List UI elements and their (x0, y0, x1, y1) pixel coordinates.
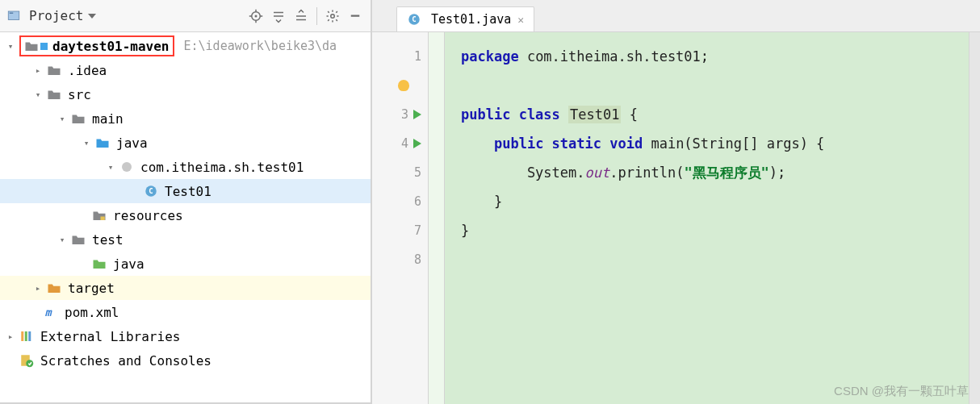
node-label: Test01 (165, 184, 211, 199)
java-class-icon: C (407, 12, 421, 27)
node-label: Scratches and Consoles (40, 353, 211, 369)
tree-node-resources[interactable]: resources (0, 203, 371, 227)
node-label: External Libraries (40, 329, 180, 344)
sidebar-title: Project (29, 8, 83, 23)
scratches-icon (19, 353, 34, 368)
package-icon (119, 160, 134, 174)
svg-rect-19 (21, 331, 23, 341)
chevron-right-icon[interactable]: ▸ (32, 282, 44, 294)
node-label: resources (113, 208, 183, 223)
tree-node-java-test[interactable]: java (0, 252, 371, 276)
test-folder-icon (92, 256, 107, 271)
watermark: CSDN @我有一颗五叶草 (834, 384, 969, 399)
folder-icon (71, 232, 86, 247)
project-view-selector[interactable]: Project (6, 8, 96, 23)
node-label: main (92, 111, 124, 127)
bulb-icon[interactable] (398, 80, 409, 91)
tree-node-idea[interactable]: ▸ .idea (0, 58, 371, 82)
line-number: 7 (414, 223, 421, 238)
chevron-down-icon[interactable]: ▾ (105, 161, 116, 173)
svg-rect-17 (101, 217, 105, 221)
svg-text:C: C (412, 15, 416, 23)
code-content[interactable]: package com.itheima.sh.test01; 2 public … (445, 32, 980, 404)
node-label: java (116, 135, 148, 151)
tree-node-java-main[interactable]: ▾ java (0, 131, 371, 155)
project-sidebar: Project ▾ daytest01-ma (0, 0, 372, 404)
svg-point-23 (26, 360, 33, 367)
svg-rect-13 (351, 15, 360, 16)
tree-node-src[interactable]: ▾ src (0, 82, 371, 106)
node-label: java (113, 256, 144, 272)
fold-column[interactable] (429, 32, 445, 404)
maven-icon: m (44, 305, 58, 319)
tree-node-test[interactable]: ▾ test (0, 227, 371, 252)
close-icon[interactable]: ✕ (517, 14, 524, 26)
project-icon (6, 9, 21, 23)
module-marker-icon (40, 43, 48, 50)
tab-label: Test01.java (431, 12, 511, 27)
gutter: 1 02 3 4 5 6 7 8 (372, 32, 429, 404)
node-label: src (68, 87, 91, 102)
folder-icon (47, 87, 61, 102)
line-number: 6 (414, 194, 421, 209)
tree-node-target[interactable]: ▸ target (0, 276, 371, 300)
editor-tab-test01[interactable]: C Test01.java ✕ (396, 6, 534, 31)
node-label: test (92, 232, 124, 248)
line-number: 4 (401, 136, 408, 151)
chevron-down-icon[interactable]: ▾ (57, 234, 68, 245)
source-folder-icon (95, 135, 110, 150)
svg-rect-20 (25, 331, 27, 341)
folder-icon (47, 63, 61, 77)
node-label: target (68, 281, 115, 296)
tree-node-test01-class[interactable]: C Test01 (0, 179, 371, 203)
tree-node-scratches[interactable]: Scratches and Consoles (0, 348, 371, 373)
java-class-icon: C (144, 184, 158, 198)
chevron-down-icon[interactable]: ▾ (5, 40, 16, 52)
tree-node-pom[interactable]: m pom.xml (0, 300, 371, 324)
chevron-right-icon[interactable]: ▸ (32, 65, 44, 76)
node-label: com.itheima.sh.test01 (140, 160, 304, 175)
excluded-folder-icon (47, 281, 61, 295)
module-folder-icon (24, 39, 39, 53)
chevron-down-icon[interactable]: ▾ (57, 113, 68, 124)
highlight-box: daytest01-maven (19, 35, 174, 56)
chevron-down-icon[interactable]: ▾ (32, 89, 44, 100)
chevron-down-icon[interactable]: ▾ (81, 137, 92, 148)
resources-folder-icon (92, 208, 107, 223)
svg-rect-1 (10, 12, 14, 14)
run-icon[interactable] (413, 139, 421, 148)
svg-text:m: m (45, 306, 53, 319)
svg-rect-21 (28, 331, 31, 341)
tree-node-external-libraries[interactable]: ▸ External Libraries (0, 324, 371, 348)
separator (316, 7, 317, 25)
project-path: E:\ideawork\beike3\da (184, 39, 337, 53)
node-label: .idea (68, 63, 107, 78)
error-stripe[interactable] (969, 32, 980, 404)
svg-point-3 (255, 15, 258, 17)
locate-icon[interactable] (247, 7, 265, 25)
folder-icon (71, 111, 86, 126)
run-icon[interactable] (413, 110, 421, 119)
sidebar-toolbar: Project (0, 0, 371, 32)
node-label: pom.xml (65, 305, 119, 320)
line-number: 8 (414, 252, 421, 267)
code-editor[interactable]: 1 02 3 4 5 6 7 8 package com.itheima.sh.… (372, 32, 980, 404)
svg-text:C: C (149, 187, 153, 195)
libraries-icon (19, 329, 34, 344)
line-number: 1 (414, 49, 421, 64)
line-number: 3 (401, 107, 408, 122)
collapse-all-icon[interactable] (292, 7, 310, 25)
node-label: daytest01-maven (52, 39, 170, 54)
line-number: 5 (414, 165, 421, 180)
chevron-down-icon (88, 14, 96, 19)
tree-node-root[interactable]: ▾ daytest01-maven E:\ideawork\beike3\da (0, 34, 371, 58)
editor-tab-bar: C Test01.java ✕ (372, 0, 980, 32)
editor-area: C Test01.java ✕ 1 02 3 4 5 6 7 8 package… (372, 0, 980, 404)
hide-icon[interactable] (346, 7, 364, 25)
chevron-right-icon[interactable]: ▸ (5, 331, 16, 342)
gear-icon[interactable] (324, 7, 341, 25)
tree-node-package[interactable]: ▾ com.itheima.sh.test01 (0, 155, 371, 179)
project-tree[interactable]: ▾ daytest01-maven E:\ideawork\beike3\da … (0, 32, 371, 402)
expand-all-icon[interactable] (270, 7, 287, 25)
tree-node-main[interactable]: ▾ main (0, 106, 371, 131)
